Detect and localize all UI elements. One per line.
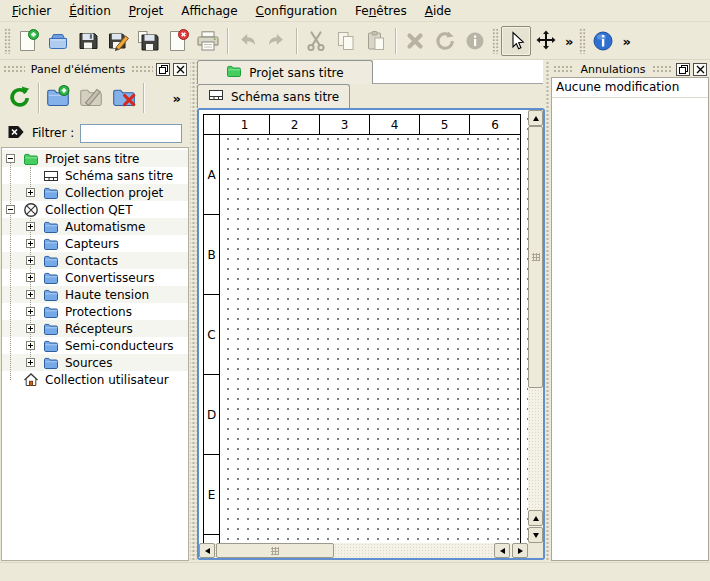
scroll-right-button[interactable] (512, 543, 528, 558)
move-tool-button[interactable] (531, 26, 561, 56)
close-file-button[interactable] (163, 26, 193, 56)
close-panel-button[interactable] (173, 63, 187, 76)
menu-label: êtres (376, 4, 406, 18)
new-file-button[interactable] (13, 26, 43, 56)
undo-button[interactable] (232, 26, 262, 56)
copy-button[interactable] (331, 26, 361, 56)
delete-button[interactable] (400, 26, 430, 56)
expand-expander[interactable] (26, 307, 35, 316)
menu-projet[interactable]: Projet (120, 1, 172, 21)
float-panel-button[interactable] (676, 63, 690, 76)
tabbar-empty-area (373, 60, 543, 84)
tree-item-label: Récepteurs (65, 322, 133, 336)
menu-edition[interactable]: Édition (60, 1, 120, 21)
tab-projet-sans-titre[interactable]: Projet sans titre (197, 60, 373, 84)
dock-grip-texture (652, 65, 673, 73)
up-arrow-icon (533, 516, 539, 521)
undo-list-item[interactable]: Aucune modification (552, 78, 708, 98)
diagram-view[interactable]: 1 2 3 4 5 6 A B C D E (197, 108, 545, 560)
tree-item-projet-sans-titre[interactable]: Projet sans titre (2, 150, 188, 167)
save-all-button[interactable] (133, 26, 163, 56)
reload-collections-button[interactable] (5, 84, 33, 112)
new-folder-icon (45, 84, 71, 113)
toolbar-drag-handle[interactable] (492, 28, 499, 54)
paste-icon (364, 29, 388, 53)
about-info-button[interactable] (588, 26, 618, 56)
menu-label: Fe (355, 4, 369, 18)
elements-panel-titlebar[interactable]: Panel d'éléments (0, 60, 190, 77)
paste-button[interactable] (361, 26, 391, 56)
scroll-up-button-secondary[interactable] (528, 510, 543, 526)
thumb-grip (532, 253, 540, 261)
save-button[interactable] (73, 26, 103, 56)
save-as-button[interactable] (103, 26, 133, 56)
cut-button[interactable] (301, 26, 331, 56)
edit-category-button[interactable] (77, 84, 105, 112)
tree-item-collection-qet[interactable]: Collection QET (2, 201, 188, 218)
delete-category-button[interactable] (110, 84, 138, 112)
new-category-button[interactable] (44, 84, 72, 112)
expand-expander[interactable] (26, 256, 35, 265)
down-arrow-icon (533, 533, 539, 538)
filter-input[interactable] (80, 124, 182, 143)
diagram-canvas[interactable]: 1 2 3 4 5 6 A B C D E (199, 110, 528, 543)
horizontal-scroll-thumb[interactable] (216, 543, 334, 558)
expand-expander[interactable] (26, 273, 35, 282)
select-tool-button[interactable] (501, 26, 531, 56)
green-folder-icon (23, 151, 39, 167)
rotate-button[interactable] (430, 26, 460, 56)
info-disabled-button[interactable] (460, 26, 490, 56)
open-file-button[interactable] (43, 26, 73, 56)
toolbar-separator (38, 83, 39, 113)
print-button[interactable] (193, 26, 223, 56)
scroll-left-button-secondary[interactable] (494, 543, 510, 558)
menu-aide[interactable]: Aide (416, 1, 461, 21)
panel-toolbar-overflow-button[interactable]: » (169, 91, 185, 106)
toolbar-overflow-button[interactable]: » (618, 34, 634, 49)
toolbar-drag-handle[interactable] (579, 28, 586, 54)
undo-history-list[interactable]: Aucune modification (551, 77, 709, 561)
toolbar-overflow-button[interactable]: » (561, 34, 577, 49)
toolbar-drag-handle[interactable] (4, 28, 11, 54)
tree-item-collection-utilisateur[interactable]: Collection utilisateur (2, 371, 188, 388)
expand-expander[interactable] (26, 239, 35, 248)
clear-filter-button[interactable] (6, 122, 26, 145)
menu-fenetres[interactable]: Fenêtres (346, 1, 416, 21)
vertical-scrollbar[interactable] (528, 110, 543, 543)
undo-panel-titlebar[interactable]: Annulations (550, 60, 710, 77)
expand-expander[interactable] (26, 222, 35, 231)
expand-expander[interactable] (26, 188, 35, 197)
toolbar-separator (143, 83, 144, 113)
vertical-scroll-thumb[interactable] (528, 126, 543, 388)
expand-expander[interactable] (26, 341, 35, 350)
redo-button[interactable] (262, 26, 292, 56)
schema-icon (43, 168, 59, 184)
column-header: 3 (320, 115, 370, 135)
float-panel-button[interactable] (156, 63, 170, 76)
close-panel-button[interactable] (693, 63, 707, 76)
tab-schema-sans-titre[interactable]: Schéma sans titre (197, 84, 350, 108)
close-file-icon (166, 29, 190, 53)
scroll-up-button[interactable] (528, 110, 543, 126)
column-header: 1 (220, 115, 270, 135)
expand-expander[interactable] (26, 290, 35, 299)
menu-affichage[interactable]: Affichage (172, 1, 246, 21)
expand-expander[interactable] (26, 358, 35, 367)
blue-folder-icon (43, 236, 59, 252)
menu-fichier[interactable]: Fichier (3, 1, 60, 21)
scroll-down-button[interactable] (528, 527, 543, 543)
expand-expander[interactable] (26, 324, 35, 333)
menu-label: e (230, 4, 237, 18)
tree-item-label: Collection QET (45, 203, 133, 217)
scroll-left-button[interactable] (199, 543, 215, 558)
new-file-icon (16, 29, 40, 53)
left-splitter-handle[interactable] (190, 60, 197, 562)
menu-configuration[interactable]: Configuration (247, 1, 346, 21)
dock-grip-texture (131, 65, 153, 73)
tab-label: Schéma sans titre (231, 90, 339, 104)
left-arrow-icon (500, 548, 505, 554)
collapse-expander[interactable] (6, 154, 15, 163)
horizontal-scrollbar[interactable] (199, 543, 528, 558)
collapse-expander[interactable] (6, 205, 15, 214)
cursor-arrow-icon (504, 29, 528, 53)
